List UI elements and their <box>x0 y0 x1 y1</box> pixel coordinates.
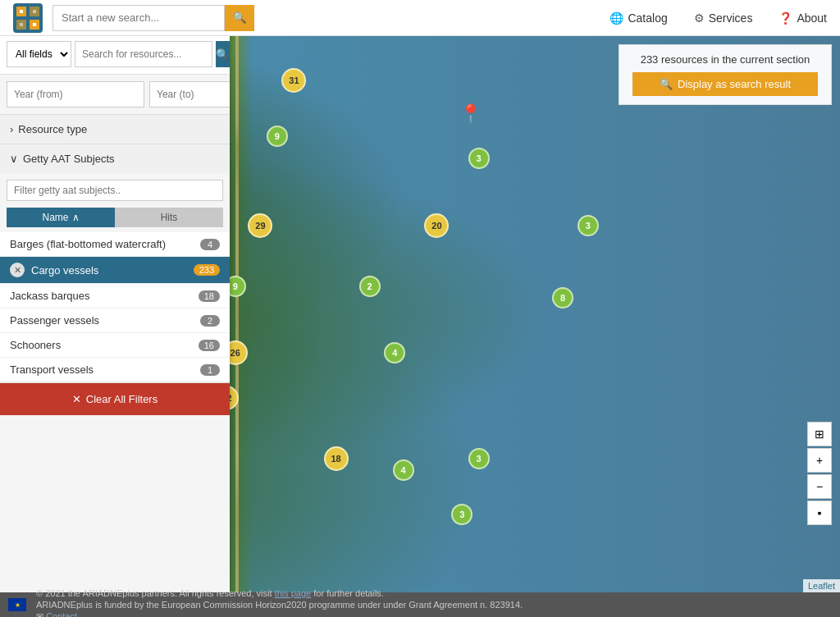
cluster-c3[interactable]: 3 <box>468 148 490 169</box>
zoom-in-button[interactable]: + <box>807 448 832 473</box>
year-from-input[interactable] <box>7 81 144 107</box>
getty-filter-input[interactable] <box>7 180 223 201</box>
catalog-icon: 🌐 <box>609 11 623 25</box>
layers-icon: ⊞ <box>815 427 824 441</box>
footer-copyright: © 2021 the ARIADNEplus partners. All rig… <box>36 588 272 598</box>
cluster-c1[interactable]: 31 <box>281 68 306 93</box>
getty-aat-label: Getty AAT Subjects <box>23 153 115 165</box>
resource-type-label: Resource type <box>18 123 87 135</box>
year-row <box>0 75 230 115</box>
cluster-c4[interactable]: 29 <box>248 213 272 238</box>
sort-name-label: Name <box>42 212 68 223</box>
filter-search-row: All fields 🔍 <box>0 34 230 75</box>
filter-item-count-jackass-barques: 18 <box>199 290 220 302</box>
eu-flag-icon: ★ <box>8 598 26 611</box>
services-icon: ⚙ <box>694 11 705 25</box>
filter-item-count-transport-vessels: 1 <box>200 364 220 376</box>
clear-filters-label: Clear All Filters <box>86 393 158 405</box>
filter-item-label-schooners: Schooners <box>10 339 61 351</box>
getty-aat-arrow: ∨ <box>10 153 18 165</box>
filter-item-passenger-vessels[interactable]: Passenger vessels 2 <box>0 308 230 333</box>
filter-item-count-barges: 4 <box>200 239 220 250</box>
remove-filter-cargo-vessels[interactable]: ✕ <box>10 263 25 277</box>
zoom-out-button[interactable]: − <box>807 474 832 499</box>
footer-copyright-line: © 2021 the ARIADNEplus partners. All rig… <box>36 588 523 598</box>
zoom-out-icon: − <box>816 480 823 493</box>
nav-services[interactable]: ⚙ Services <box>694 11 753 25</box>
filter-item-barges[interactable]: Barges (flat-bottomed watercraft) 4 <box>0 232 230 257</box>
cluster-c10[interactable]: 4 <box>384 342 405 363</box>
filter-item-label-transport-vessels: Transport vessels <box>10 363 94 376</box>
filter-item-count-cargo-vessels: 233 <box>194 264 220 276</box>
search-bar: 🔍 <box>52 5 266 31</box>
resource-search-icon: 🔍 <box>216 48 230 61</box>
sort-name-button[interactable]: Name ∧ <box>7 208 115 227</box>
nav-catalog[interactable]: 🌐 Catalog <box>609 11 667 25</box>
footer-contact-line: ✉ Contact <box>36 611 523 618</box>
cluster-c16[interactable]: 3 <box>468 448 490 469</box>
cluster-c5[interactable]: 20 <box>424 213 449 238</box>
resource-type-header[interactable]: › Resource type <box>0 115 230 144</box>
active-item-row: ✕ Cargo vessels <box>10 263 98 277</box>
sidebar: Filters Filters All fields 🔍 › Resource … <box>0 0 230 617</box>
leaflet-attribution[interactable]: Leaflet <box>803 579 840 592</box>
search-input[interactable] <box>52 5 225 31</box>
nav-about[interactable]: ❓ About <box>778 11 827 25</box>
display-search-button[interactable]: 🔍 Display as search result <box>632 72 818 96</box>
filter-item-schooners[interactable]: Schooners 16 <box>0 333 230 358</box>
square-icon: ▪ <box>818 506 822 519</box>
footer-text: © 2021 the ARIADNEplus partners. All rig… <box>36 588 523 618</box>
cluster-c9[interactable]: 8 <box>552 287 573 308</box>
filter-item-label-jackass-barques: Jackass barques <box>10 290 90 302</box>
cluster-c6[interactable]: 3 <box>578 215 599 236</box>
nav-catalog-label: Catalog <box>628 11 667 25</box>
zoom-in-icon: + <box>816 454 823 467</box>
svg-rect-6 <box>33 10 36 13</box>
clear-icon: ✕ <box>72 393 81 405</box>
clear-filters-button[interactable]: ✕ Clear All Filters <box>0 383 230 415</box>
cluster-c18[interactable]: 3 <box>451 504 472 525</box>
map-pin[interactable]: 📍 <box>459 103 482 125</box>
search-button[interactable]: 🔍 <box>225 5 254 31</box>
footer-page-link[interactable]: this page <box>275 588 312 598</box>
cluster-c2[interactable]: 9 <box>267 126 288 147</box>
cluster-c15[interactable]: 4 <box>393 459 414 481</box>
search-icon: 🔍 <box>233 11 247 24</box>
resource-type-section: › Resource type <box>0 115 230 144</box>
square-button[interactable]: ▪ <box>807 500 832 525</box>
svg-rect-5 <box>20 10 23 13</box>
resource-type-arrow: › <box>10 123 13 135</box>
coast-line <box>235 36 239 592</box>
header: 🔍 🌐 Catalog ⚙ Services ❓ About <box>0 0 840 36</box>
filter-items-container: Barges (flat-bottomed watercraft) 4 ✕ Ca… <box>0 232 230 382</box>
layers-button[interactable]: ⊞ <box>807 422 832 446</box>
main-nav: 🌐 Catalog ⚙ Services ❓ About <box>609 11 827 25</box>
resource-search-button[interactable]: 🔍 <box>216 41 230 67</box>
resource-search-input[interactable] <box>75 41 212 67</box>
nav-about-label: About <box>797 11 827 25</box>
filter-item-jackass-barques[interactable]: Jackass barques 18 <box>0 284 230 308</box>
sort-hits-label: Hits <box>161 212 178 223</box>
footer-contact-link[interactable]: Contact <box>46 611 77 618</box>
footer-copyright-end: for further details. <box>313 588 384 598</box>
footer-funding: ARIADNEplus is funded by the European Co… <box>36 600 523 610</box>
field-select[interactable]: All fields <box>7 41 71 67</box>
svg-rect-8 <box>33 23 36 26</box>
filter-item-transport-vessels[interactable]: Transport vessels 1 <box>0 358 230 382</box>
sort-row: Name ∧ Hits <box>7 208 223 227</box>
filter-item-label-cargo-vessels: Cargo vessels <box>31 264 98 277</box>
contact-icon: ✉ <box>36 611 43 618</box>
footer-funding-line: ARIADNEplus is funded by the European Co… <box>36 600 523 610</box>
filter-item-cargo-vessels[interactable]: ✕ Cargo vessels 233 <box>0 257 230 284</box>
sort-hits-button[interactable]: Hits <box>115 208 223 227</box>
svg-rect-7 <box>20 23 23 26</box>
year-to-input[interactable] <box>149 81 230 107</box>
sort-arrow-icon: ∧ <box>72 212 80 223</box>
display-search-label: Display as search result <box>678 78 791 90</box>
cluster-c14[interactable]: 18 <box>324 446 349 471</box>
cluster-c8[interactable]: 2 <box>359 276 381 297</box>
about-icon: ❓ <box>778 11 792 25</box>
logo-icon <box>13 3 43 33</box>
map-info-box: 233 resources in the current section 🔍 D… <box>619 44 832 105</box>
getty-aat-header[interactable]: ∨ Getty AAT Subjects <box>0 144 230 173</box>
